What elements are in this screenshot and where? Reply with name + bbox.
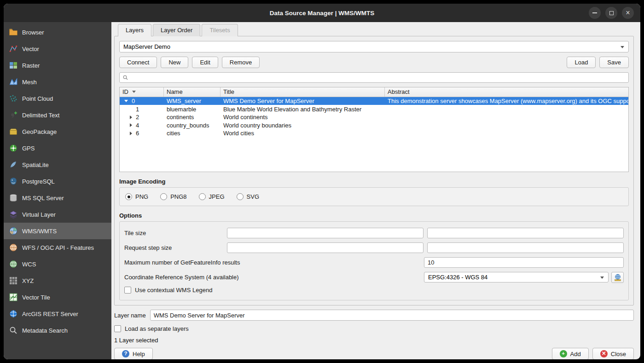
titlebar[interactable]: Data Source Manager | WMS/WMTS <box>4 4 640 22</box>
maximize-button[interactable] <box>605 7 617 19</box>
edit-button[interactable]: Edit <box>192 57 218 68</box>
layer-name-input[interactable] <box>150 310 634 321</box>
table-row[interactable]: 6 cities World cities <box>120 129 628 138</box>
sidebar-item-delimited-text[interactable]: Delimited Text <box>4 107 111 123</box>
sidebar-item-geopackage[interactable]: GeoPackage <box>4 123 111 140</box>
tile-width-input[interactable] <box>227 228 424 238</box>
window-content: Browser Vector Raster Mesh Point Cloud D… <box>4 22 640 359</box>
maximize-icon <box>609 11 614 15</box>
sidebar-item-postgresql[interactable]: PostgreSQL <box>4 173 111 190</box>
step-width-input[interactable] <box>227 242 424 253</box>
collapsed-arrow-icon[interactable] <box>130 123 132 127</box>
search-input[interactable] <box>131 74 626 81</box>
load-separate-label: Load as separate layers <box>125 325 189 332</box>
tile-size-label: Tile size <box>124 230 223 236</box>
sidebar-item-virtual-layer[interactable]: Virtual Layer <box>4 206 111 223</box>
connection-select[interactable]: MapServer Demo <box>119 41 629 52</box>
checkbox-icon[interactable] <box>124 287 131 294</box>
table-row[interactable]: 4 country_bounds World country boundarie… <box>120 121 628 129</box>
tab-layer-order[interactable]: Layer Order <box>153 24 200 36</box>
sidebar-item-metadata-search[interactable]: Metadata Search <box>4 322 111 339</box>
sidebar-item-wms-wmts[interactable]: WMS/WMTS <box>4 223 111 239</box>
column-header-title[interactable]: Title <box>220 87 385 97</box>
contextual-legend-label: Use contextual WMS Legend <box>135 287 212 294</box>
options-heading: Options <box>119 212 629 219</box>
sidebar-item-wcs[interactable]: WCS <box>4 256 111 272</box>
sidebar-item-raster[interactable]: Raster <box>4 57 111 74</box>
sidebar-item-label: Vector <box>22 46 39 52</box>
sidebar-item-mesh[interactable]: Mesh <box>4 74 111 90</box>
feature-info-row: Maximum number of GetFeatureInfo results <box>124 257 624 268</box>
mesh-icon <box>8 77 18 87</box>
feature-info-count-input[interactable] <box>424 257 624 268</box>
sidebar-item-label: PostgreSQL <box>22 178 55 185</box>
vector-tile-icon <box>8 293 18 302</box>
sidebar-item-wfs[interactable]: WFS / OGC API - Features <box>4 239 111 256</box>
table-row[interactable]: 2 continents World continents <box>120 113 628 121</box>
column-header-name[interactable]: Name <box>164 87 220 97</box>
sidebar-item-vector-tile[interactable]: Vector Tile <box>4 289 111 305</box>
tab-layers[interactable]: Layers <box>118 24 151 36</box>
crs-selected-value: EPSG:4326 - WGS 84 <box>428 274 487 281</box>
column-header-id[interactable]: ID <box>120 87 164 97</box>
search-icon <box>122 75 128 81</box>
geopackage-icon <box>8 127 18 137</box>
wms-panel: Layers Layer Order Tilesets MapServer De… <box>111 22 640 359</box>
delimited-text-icon <box>8 110 18 120</box>
crs-controls: EPSG:4326 - WGS 84 <box>424 272 624 283</box>
expanded-arrow-icon[interactable] <box>124 100 128 102</box>
sidebar-item-browser[interactable]: Browser <box>4 24 111 40</box>
radio-jpeg[interactable]: JPEG <box>199 193 225 200</box>
raster-icon <box>8 61 18 70</box>
radio-png8[interactable]: PNG8 <box>160 193 186 200</box>
sort-indicator-icon <box>132 91 136 93</box>
radio-png[interactable]: PNG <box>125 193 148 200</box>
xyz-tiles-icon <box>8 276 18 286</box>
table-row[interactable]: 1 bluemarble Blue Marble World Elevation… <box>120 105 628 113</box>
layers-tab-panel: MapServer Demo Connect New Edit Remove L… <box>114 36 634 305</box>
remove-button[interactable]: Remove <box>222 57 260 68</box>
sidebar-item-xyz[interactable]: XYZ <box>4 272 111 289</box>
connect-button[interactable]: Connect <box>119 57 157 68</box>
column-header-abstract[interactable]: Abstract <box>385 87 628 97</box>
tile-height-input[interactable] <box>427 228 624 238</box>
request-step-row: Request step size <box>124 242 624 253</box>
save-button[interactable]: Save <box>599 57 629 68</box>
close-dialog-button[interactable]: ✕ Close <box>592 348 634 359</box>
sidebar-item-label: Browser <box>22 29 44 36</box>
new-button[interactable]: New <box>161 57 188 68</box>
minimize-button[interactable] <box>589 7 601 19</box>
collapsed-arrow-icon[interactable] <box>130 132 132 135</box>
crs-select[interactable]: EPSG:4326 - WGS 84 <box>424 272 609 282</box>
contextual-legend-option[interactable]: Use contextual WMS Legend <box>124 287 624 294</box>
checkbox-icon[interactable] <box>114 325 121 332</box>
sidebar-item-gps[interactable]: GPS <box>4 140 111 156</box>
step-height-input[interactable] <box>427 242 624 253</box>
crs-label: Coordinate Reference System (4 available… <box>124 274 239 281</box>
image-encoding-heading: Image Encoding <box>119 178 629 185</box>
sidebar-item-mssql[interactable]: MS SQL Server <box>4 190 111 206</box>
sidebar-item-vector[interactable]: Vector <box>4 40 111 57</box>
sidebar-item-label: GPS <box>22 145 35 152</box>
wms-globe-icon <box>8 226 18 236</box>
virtual-layer-icon <box>8 210 18 219</box>
arcgis-globe-icon <box>8 309 18 319</box>
spatialite-icon <box>8 160 18 170</box>
close-button[interactable] <box>622 7 634 19</box>
crs-row: Coordinate Reference System (4 available… <box>124 272 624 282</box>
sidebar-item-spatialite[interactable]: SpatiaLite <box>4 156 111 173</box>
layer-table: ID Name Title Abstract 0 WMS_server WMS … <box>119 87 629 172</box>
table-row[interactable]: 0 WMS_server WMS Demo Server for MapServ… <box>120 97 628 105</box>
load-separate-option[interactable]: Load as separate layers <box>114 325 634 332</box>
select-crs-button[interactable] <box>611 272 624 283</box>
sidebar-item-point-cloud[interactable]: Point Cloud <box>4 90 111 107</box>
tile-size-row: Tile size <box>124 228 624 238</box>
tab-tilesets: Tilesets <box>202 24 238 36</box>
load-button[interactable]: Load <box>567 57 596 68</box>
radio-svg[interactable]: SVG <box>237 193 259 200</box>
sidebar-item-arcgis-rest[interactable]: ArcGIS REST Server <box>4 305 111 322</box>
collapsed-arrow-icon[interactable] <box>130 115 132 119</box>
feature-info-label: Maximum number of GetFeatureInfo results <box>124 259 240 266</box>
help-button[interactable]: ? Help <box>114 348 153 359</box>
add-button[interactable]: + Add <box>552 348 589 359</box>
